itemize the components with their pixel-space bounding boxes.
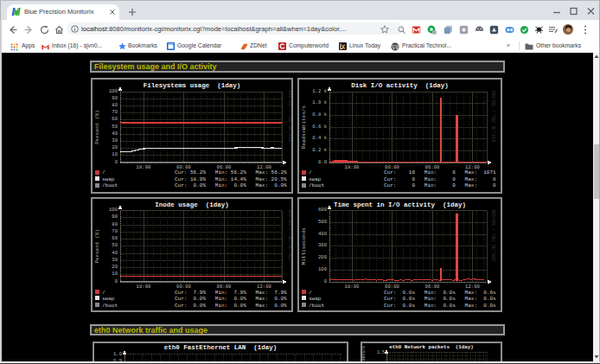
svg-text:600: 600	[318, 207, 328, 213]
svg-text:18:00: 18:00	[137, 164, 151, 170]
svg-text:Cur: 7.9% Min: 7.9% Max:: Cur: 7.9% Min: 7.9% Max: 7.9%	[175, 290, 287, 296]
svg-text:RRDTOOL / TOBI OETIKER: RRDTOOL / TOBI OETIKER	[491, 210, 495, 262]
svg-text:100: 100	[109, 88, 118, 94]
svg-text:Cur: 0 Min: 0 Max:: Cur: 0 Min: 0 Max: 0	[384, 176, 496, 182]
svg-text:eth0 Network packets (1day): eth0 Network packets (1day)	[389, 344, 473, 350]
svg-text:/: /	[102, 290, 105, 296]
svg-text:Cur: 18.9% Min: 14.4% Max:: Cur: 18.9% Min: 14.4% Max: 20.5%	[175, 176, 287, 182]
svg-text:100: 100	[109, 207, 118, 213]
svg-text:/: /	[309, 169, 312, 176]
svg-text:50: 50	[112, 124, 118, 130]
svg-text:200: 200	[318, 254, 328, 260]
svg-text:/: /	[102, 169, 105, 176]
svg-text:400: 400	[318, 231, 328, 237]
svg-text:Cur: 0 Min: 0 Max:: Cur: 0 Min: 0 Max: 0	[384, 182, 496, 188]
svg-text:Inode usage (1day): Inode usage (1day)	[155, 201, 229, 208]
svg-text:60: 60	[112, 116, 118, 122]
svg-text:500: 500	[318, 219, 328, 225]
svg-text:50: 50	[112, 242, 118, 248]
svg-text:Cur: 0.0% Min: 0.0% Max:: Cur: 0.0% Min: 0.0% Max: 0.0%	[175, 182, 287, 188]
svg-text:/: /	[309, 290, 312, 296]
svg-text:00:00: 00:00	[176, 284, 191, 290]
svg-text:00:00: 00:00	[385, 284, 399, 290]
svg-text:Cur: 56.2% Min: 56.2% Max:: Cur: 56.2% Min: 56.2% Max: 56.2%	[175, 169, 287, 176]
svg-text:/boot: /boot	[309, 182, 324, 188]
svg-text:30: 30	[112, 137, 118, 144]
svg-text:Cur: 0.0s Min: 0.0s Max:: Cur: 0.0s Min: 0.0s Max: 0.6s	[384, 290, 496, 296]
svg-text:0: 0	[115, 159, 118, 165]
svg-text:swap: swap	[102, 296, 115, 302]
svg-text:0: 0	[115, 278, 118, 284]
svg-text:Cur: 0.0% Min: 0.0% Max:: Cur: 0.0% Min: 0.0% Max: 0.0%	[175, 303, 287, 309]
svg-text:Cur: 0.0s Min: 0.0s Max:: Cur: 0.0s Min: 0.0s Max: 0.0s	[384, 296, 496, 302]
svg-text:0.8 k: 0.8 k	[312, 112, 327, 118]
svg-text:12:00: 12:00	[257, 284, 271, 290]
svg-text:Cur: 0.0% Min: 0.0% Max:: Cur: 0.0% Min: 0.0% Max: 0.0%	[175, 296, 287, 302]
svg-text:0.4 k: 0.4 k	[312, 135, 327, 141]
svg-text:Milliseconds: Milliseconds	[301, 227, 307, 265]
svg-text:18:00: 18:00	[137, 284, 151, 290]
svg-text:0.2 k: 0.2 k	[312, 147, 327, 153]
svg-text:06:00: 06:00	[217, 284, 232, 290]
svg-text:/boot: /boot	[102, 182, 118, 188]
svg-text:70: 70	[112, 109, 118, 115]
svg-text:80: 80	[112, 102, 118, 108]
svg-text:Reads+Writes/s: Reads+Writes/s	[301, 105, 307, 149]
svg-text:70: 70	[112, 228, 118, 234]
svg-text:40: 40	[112, 131, 118, 137]
svg-text:Cur: 0.0s Min: 0.0s Max:: Cur: 0.0s Min: 0.0s Max: 0.0s	[384, 303, 496, 309]
svg-text:06:00: 06:00	[425, 284, 440, 290]
svg-text:swap: swap	[309, 176, 322, 182]
svg-text:0.6 k: 0.6 k	[312, 124, 327, 130]
svg-text:20: 20	[112, 144, 118, 150]
svg-text:18:00: 18:00	[345, 164, 360, 170]
svg-text:12:00: 12:00	[465, 284, 480, 290]
svg-text:90: 90	[112, 214, 118, 220]
svg-text:100: 100	[318, 266, 328, 272]
svg-text:Disk I/O activity (1day): Disk I/O activity (1day)	[351, 82, 449, 89]
svg-text:swap: swap	[102, 176, 115, 182]
svg-text:10: 10	[112, 271, 118, 277]
svg-text:/boot: /boot	[102, 303, 118, 309]
svg-text:1.5: 1.5	[377, 350, 385, 354]
svg-text:1.0: 1.0	[113, 351, 123, 357]
svg-text:RRDTOOL / TOBI OETIKER: RRDTOOL / TOBI OETIKER	[288, 210, 292, 262]
svg-text:Percent (%): Percent (%)	[94, 110, 100, 144]
svg-text:Packets/s: Packets/s	[362, 346, 366, 363]
svg-text:1.0 k: 1.0 k	[312, 99, 327, 105]
svg-text:60: 60	[112, 235, 118, 241]
svg-text:Filesystems usage (1day): Filesystems usage (1day)	[144, 82, 241, 89]
svg-text:40: 40	[112, 250, 118, 256]
svg-text:300: 300	[318, 242, 328, 248]
svg-text:80: 80	[112, 221, 118, 227]
svg-text:Percent (%): Percent (%)	[94, 229, 100, 264]
svg-text:10: 10	[112, 151, 118, 157]
svg-text:0.0: 0.0	[318, 159, 328, 165]
svg-text:20: 20	[112, 264, 118, 270]
svg-text:30: 30	[112, 257, 118, 263]
svg-text:Cur: 16 Min: 6 Max:: Cur: 16 Min: 6 Max: 1071	[384, 169, 496, 176]
svg-text:18:00: 18:00	[345, 284, 360, 290]
svg-text:swap: swap	[309, 296, 322, 302]
svg-text:1.2 k: 1.2 k	[312, 88, 327, 94]
svg-text:Time spent in I/O activity (1: Time spent in I/O activity (1day)	[334, 201, 466, 208]
svg-text:RRDTOOL / TOBI OETIKER: RRDTOOL / TOBI OETIKER	[288, 91, 292, 143]
svg-text:eth0 FastEthernet LAN (1day): eth0 FastEthernet LAN (1day)	[164, 344, 278, 351]
svg-text:/boot: /boot	[309, 303, 324, 309]
svg-text:0: 0	[324, 278, 328, 284]
svg-text:90: 90	[112, 95, 118, 101]
svg-text:RRDTOOL / TOBI OETIKER: RRDTOOL / TOBI OETIKER	[491, 91, 495, 143]
